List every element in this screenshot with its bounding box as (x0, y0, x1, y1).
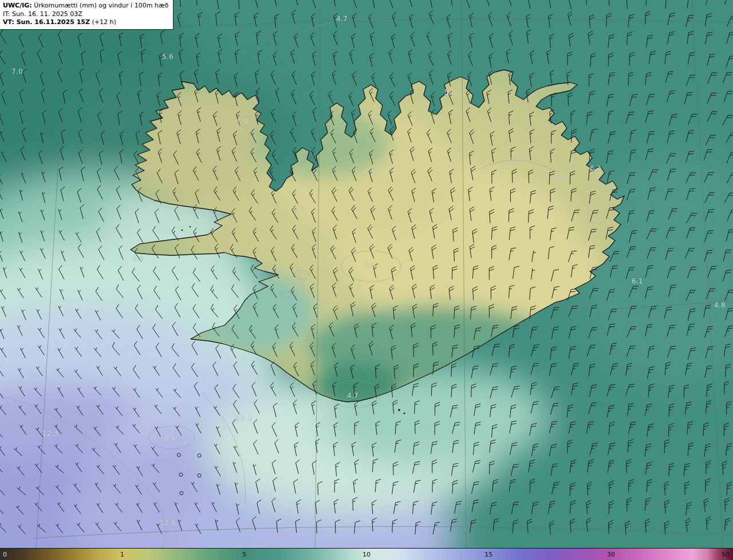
colorbar-tick-label: 15 (484, 551, 492, 558)
product-id: UWC/IG: (3, 2, 32, 9)
colorbar-tick-label: 5 (242, 551, 246, 558)
grain-texture (0, 0, 733, 548)
valid-offset: (+12 h) (90, 18, 116, 26)
map-canvas (0, 0, 733, 560)
colorbar-tick-label: 50 (722, 551, 730, 558)
legend-box: UWC/IG: Úrkomumætti (mm) og vindur í 100… (0, 0, 174, 30)
title-line-3: VT: Sun. 16.11.2025 15Z (+12 h) (3, 18, 168, 27)
colorbar-ticks: 01510153050 (0, 549, 733, 560)
colorbar-tick-label: 1 (120, 551, 124, 558)
breidafjordur-islets (190, 226, 191, 227)
breidafjordur-islets (182, 230, 183, 231)
weather-map: 4.75.67.05.85.82.66.22.42.82.74.83.06.14… (0, 0, 733, 560)
colorbar-tick-label: 10 (362, 551, 371, 558)
colorbar: 01510153050 (0, 548, 733, 560)
init-time: IT: Sun. 16. 11. 2025 03Z (3, 10, 168, 19)
colorbar-tick-label: 0 (3, 551, 7, 558)
vestmannaeyjar-islands (398, 409, 400, 411)
product-title: Úrkomumætti (mm) og vindur í 100m hæð (32, 2, 169, 9)
vestmannaeyjar-islands (404, 413, 405, 415)
valid-time: VT: Sun. 16.11.2025 15Z (3, 18, 90, 26)
title-line-1: UWC/IG: Úrkomumætti (mm) og vindur í 100… (3, 2, 168, 10)
colorbar-tick-label: 30 (607, 551, 615, 558)
